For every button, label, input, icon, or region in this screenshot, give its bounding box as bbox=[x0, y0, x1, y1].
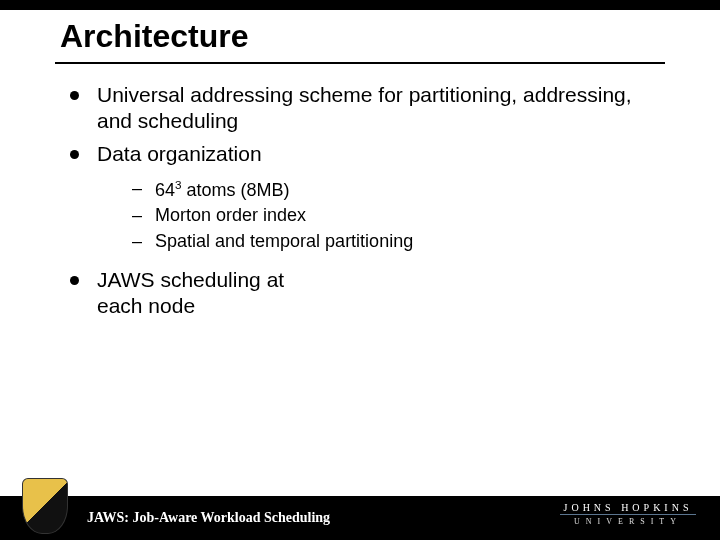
sub-bullet-text: 643 atoms (8MB) bbox=[155, 177, 415, 202]
bullet-text: Data organization bbox=[97, 141, 650, 167]
sub-text-part: 64 bbox=[155, 180, 175, 200]
jhu-logo-line2: UNIVERSITY bbox=[560, 514, 696, 526]
sub-bullet-list: – 643 atoms (8MB) – Morton order index –… bbox=[132, 177, 650, 253]
sub-bullet-text: Morton order index bbox=[155, 204, 415, 227]
dash-icon: – bbox=[132, 204, 141, 227]
footer-text: JAWS: Job-Aware Workload Scheduling bbox=[87, 510, 330, 526]
sub-bullet-item: – 643 atoms (8MB) bbox=[132, 177, 650, 202]
top-bar bbox=[0, 0, 720, 10]
sub-bullet-item: – Spatial and temporal partitioning bbox=[132, 230, 650, 253]
shield-icon bbox=[22, 478, 68, 534]
bullet-text: JAWS scheduling at each node bbox=[97, 267, 317, 320]
sub-bullet-item: – Morton order index bbox=[132, 204, 650, 227]
jhu-logo-line1: JOHNS HOPKINS bbox=[560, 502, 696, 513]
dash-icon: – bbox=[132, 230, 141, 253]
sub-bullet-text: Spatial and temporal partitioning bbox=[155, 230, 415, 253]
bullet-text: Universal addressing scheme for partitio… bbox=[97, 82, 650, 135]
dash-icon: – bbox=[132, 177, 141, 200]
slide: Architecture Universal addressing scheme… bbox=[0, 0, 720, 540]
jhu-logo: JOHNS HOPKINS UNIVERSITY bbox=[560, 502, 696, 534]
title-rule bbox=[55, 62, 665, 64]
sub-text-part: atoms (8MB) bbox=[182, 180, 290, 200]
crest-logo bbox=[22, 478, 68, 534]
bullet-item: Data organization bbox=[70, 141, 650, 167]
bullet-dot-icon bbox=[70, 91, 79, 100]
slide-title: Architecture bbox=[60, 18, 249, 55]
bullet-dot-icon bbox=[70, 276, 79, 285]
bullet-item: Universal addressing scheme for partitio… bbox=[70, 82, 650, 135]
bullet-item: JAWS scheduling at each node bbox=[70, 267, 650, 320]
bullet-dot-icon bbox=[70, 150, 79, 159]
content-area: Universal addressing scheme for partitio… bbox=[70, 82, 650, 325]
